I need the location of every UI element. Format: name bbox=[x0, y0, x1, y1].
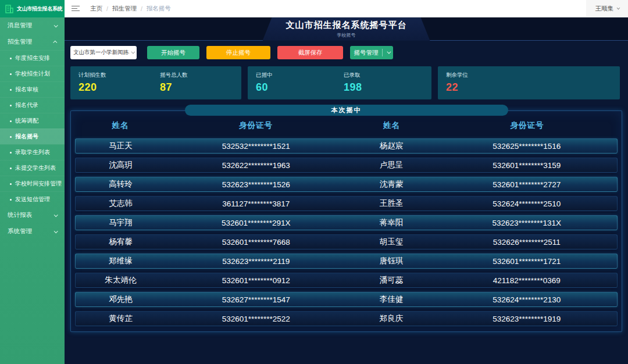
sidebar-item-4[interactable]: 统筹调配 bbox=[0, 113, 65, 129]
bullet-icon bbox=[10, 89, 12, 91]
stat-value: 22 bbox=[446, 81, 533, 94]
id-number-cell: 532623********1919 bbox=[437, 315, 617, 323]
table-row: 邓先艳532627********1547李佳健532624********21… bbox=[75, 292, 618, 307]
breadcrumb-enrollment[interactable]: 招生管理 bbox=[112, 5, 137, 13]
breadcrumb: 主页 / 招生管理 / 报名摇号 bbox=[90, 5, 171, 13]
stats-row: 计划招生数 220 摇号总人数 87 已摇中 60 已录取 198 剩余学位 2… bbox=[70, 66, 622, 99]
sidebar-item-label: 报名摇号 bbox=[15, 133, 38, 141]
table-row: 艾志韩361127********3817王胜圣532624********25… bbox=[75, 196, 618, 211]
id-number-cell: 361127********3817 bbox=[166, 199, 346, 208]
collapse-sidebar-icon[interactable] bbox=[72, 6, 80, 12]
bullet-icon bbox=[10, 167, 12, 169]
id-number-cell: 532532********1521 bbox=[166, 142, 346, 151]
sidebar-item-3[interactable]: 报名代录 bbox=[0, 97, 65, 113]
table-row: 沈高玥532622********1963卢思呈532601********31… bbox=[75, 158, 618, 173]
sidebar-group-system[interactable]: 系统管理 bbox=[0, 223, 65, 240]
id-number-cell: 532623********1526 bbox=[166, 180, 346, 189]
section-title-pill: 本次摇中 bbox=[185, 105, 508, 116]
name-cell: 沈青蒙 bbox=[347, 179, 437, 190]
id-number-cell: 532601********0912 bbox=[166, 276, 346, 285]
sidebar-item-5[interactable]: 报名摇号 bbox=[0, 129, 65, 144]
name-cell: 马宇翔 bbox=[76, 217, 166, 228]
stats-card: 已摇中 60 已录取 198 bbox=[248, 66, 431, 99]
sidebar-item-8[interactable]: 学校时间安排管理 bbox=[0, 176, 65, 191]
stat-drawn: 已摇中 60 bbox=[256, 72, 344, 99]
sidebar-item-6[interactable]: 录取学生列表 bbox=[0, 144, 65, 160]
sidebar-item-2[interactable]: 报名审核 bbox=[0, 81, 65, 97]
name-cell: 马正天 bbox=[76, 141, 166, 151]
page-title: 文山市招生报名系统摇号平台 bbox=[286, 20, 407, 31]
table-row: 杨宥馨532601********7668胡玉玺532626********25… bbox=[75, 234, 618, 249]
stat-value: 220 bbox=[78, 81, 160, 94]
id-number-cell: 532622********1963 bbox=[166, 161, 346, 170]
stats-card: 剩余学位 22 bbox=[438, 66, 620, 99]
sidebar-item-7[interactable]: 未提交学生列表 bbox=[0, 160, 65, 176]
school-select[interactable]: 文山市第一小学新闻路校区 bbox=[70, 46, 137, 59]
caret-down-icon bbox=[131, 50, 135, 54]
screenshot-save-button[interactable]: 截屏保存 bbox=[277, 46, 343, 59]
stat-label: 计划招生数 bbox=[78, 72, 160, 79]
stat-label: 剩余学位 bbox=[446, 72, 533, 79]
name-cell: 朱太靖伦 bbox=[76, 275, 166, 286]
column-header-id: 身份证号 bbox=[437, 120, 618, 131]
name-cell: 胡玉玺 bbox=[347, 237, 437, 247]
sidebar-item-0[interactable]: 年度招生安排 bbox=[0, 50, 65, 66]
start-lottery-button[interactable]: 开始摇号 bbox=[147, 46, 199, 59]
bullet-icon bbox=[10, 199, 12, 201]
toolbar: 文山市第一小学新闻路校区 开始摇号 停止摇号 截屏保存 摇号管理 bbox=[70, 46, 628, 59]
lottery-table-body: 马正天532532********1521杨赵宸532625********15… bbox=[75, 138, 618, 326]
user-menu[interactable]: 王顺集 bbox=[586, 0, 628, 17]
id-number-cell: 532601********2522 bbox=[166, 315, 346, 323]
breadcrumb-separator: / bbox=[141, 5, 142, 12]
caret-down-icon[interactable] bbox=[383, 51, 393, 54]
id-number-cell: 532601********1721 bbox=[437, 257, 617, 266]
stat-value: 198 bbox=[344, 81, 431, 94]
stat-remaining-seats: 剩余学位 22 bbox=[446, 72, 533, 99]
sidebar-item-label: 未提交学生列表 bbox=[15, 164, 56, 172]
name-cell: 王胜圣 bbox=[347, 198, 437, 209]
column-header-name: 姓名 bbox=[347, 120, 437, 131]
breadcrumb-current: 报名摇号 bbox=[147, 5, 171, 13]
column-header-id: 身份证号 bbox=[166, 120, 347, 131]
column-header-name: 姓名 bbox=[75, 120, 166, 131]
group-label: 统计报表 bbox=[8, 211, 32, 219]
sidebar-group-enrollment[interactable]: 招生管理 bbox=[0, 34, 65, 50]
school-select-value: 文山市第一小学新闻路校区 bbox=[73, 49, 129, 56]
name-cell: 郑维缘 bbox=[76, 256, 166, 266]
stat-label: 已录取 bbox=[344, 72, 431, 79]
id-number-cell: 532623********2119 bbox=[166, 257, 346, 266]
stat-value: 87 bbox=[160, 81, 241, 94]
lottery-manage-button[interactable]: 摇号管理 bbox=[350, 46, 393, 59]
chevron-down-icon bbox=[54, 229, 58, 233]
group-label: 消息管理 bbox=[8, 22, 32, 30]
breadcrumb-home[interactable]: 主页 bbox=[90, 5, 102, 13]
group-label: 招生管理 bbox=[8, 38, 32, 46]
banner-strip: 文山市招生报名系统摇号平台 学校摇号 bbox=[65, 17, 628, 41]
sidebar-group-message[interactable]: 消息管理 bbox=[0, 17, 65, 34]
bullet-icon bbox=[10, 73, 12, 75]
id-number-cell: 532627********1547 bbox=[166, 295, 346, 304]
caret-down-icon bbox=[617, 6, 620, 9]
id-number-cell: 532601********7668 bbox=[166, 238, 346, 247]
group-label: 系统管理 bbox=[8, 227, 32, 235]
bullet-icon bbox=[10, 183, 12, 185]
name-cell: 李佳健 bbox=[347, 294, 437, 305]
stat-label: 摇号总人数 bbox=[160, 72, 241, 79]
id-number-cell: 532601********3159 bbox=[437, 161, 617, 170]
stop-lottery-button[interactable]: 停止摇号 bbox=[206, 46, 270, 59]
sidebar-item-label: 发送短信管理 bbox=[15, 195, 50, 204]
chevron-down-icon bbox=[54, 213, 58, 217]
lottery-manage-label: 摇号管理 bbox=[350, 49, 382, 57]
sidebar-item-label: 报名代录 bbox=[15, 101, 38, 109]
sidebar-submenu: 年度招生安排学校招生计划报名审核报名代录统筹调配报名摇号录取学生列表未提交学生列… bbox=[0, 50, 65, 207]
table-row: 高转玲532623********1526沈青蒙532601********27… bbox=[75, 177, 618, 192]
sidebar-group-reports[interactable]: 统计报表 bbox=[0, 207, 65, 223]
sidebar-item-label: 年度招生安排 bbox=[15, 54, 50, 62]
lottery-table-panel: 姓名 身份证号 姓名 身份证号 马正天532532********1521杨赵宸… bbox=[70, 110, 622, 332]
chevron-up-icon bbox=[53, 40, 57, 44]
sidebar-item-9[interactable]: 发送短信管理 bbox=[0, 191, 65, 207]
sidebar-item-1[interactable]: 学校招生计划 bbox=[0, 66, 65, 81]
breadcrumb-separator: / bbox=[106, 5, 108, 12]
user-name: 王顺集 bbox=[595, 5, 614, 13]
id-number-cell: 421182********0369 bbox=[437, 276, 617, 285]
